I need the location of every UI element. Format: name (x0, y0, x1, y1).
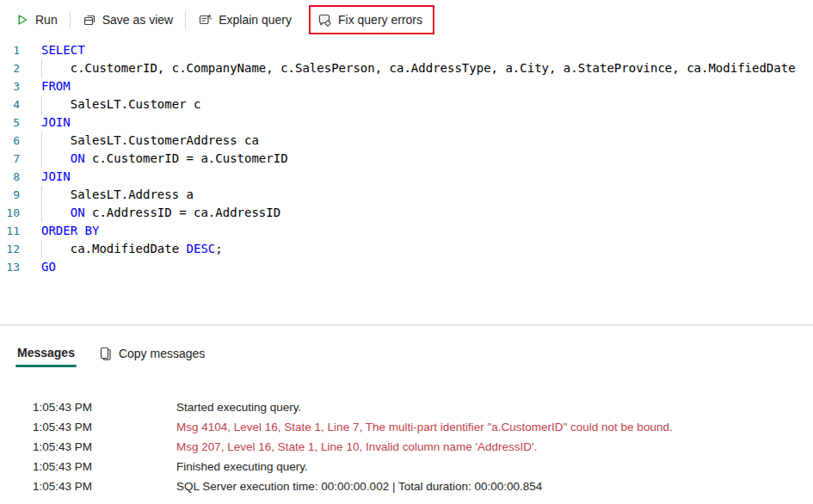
fix-query-errors-button[interactable]: Fix query errors (311, 6, 433, 34)
messages-panel: Messages Copy messages 1:05:43 PMStarted… (0, 337, 813, 504)
code-text: ON c.AddressID = ca.AddressID (41, 204, 280, 222)
code-text: c.CustomerID, c.CompanyName, c.SalesPers… (41, 59, 796, 77)
panel-splitter[interactable] (0, 324, 813, 326)
message-text: Finished executing query. (176, 457, 308, 476)
line-number: 9 (0, 186, 20, 204)
code-line[interactable]: 6 SalesLT.CustomerAddress ca (0, 132, 813, 150)
toolbar-separator (70, 11, 71, 28)
code-line[interactable]: 8JOIN (0, 168, 813, 186)
copy-messages-button[interactable]: Copy messages (94, 343, 210, 365)
sql-editor[interactable]: 1SELECT2 c.CustomerID, c.CompanyName, c.… (0, 40, 813, 324)
code-text: SELECT (41, 41, 85, 59)
annotation-red-box: Fix query errors (309, 5, 434, 34)
line-number: 8 (0, 168, 20, 186)
code-text: SalesLT.Customer c (41, 95, 200, 114)
save-as-view-button[interactable]: Save as view (74, 6, 182, 34)
message-text: SQL Server execution time: 00:00:00.002 … (176, 476, 542, 496)
run-button[interactable]: Run (7, 6, 66, 34)
line-number: 5 (0, 114, 20, 132)
save-as-view-icon (83, 13, 96, 27)
code-text: SalesLT.CustomerAddress ca (41, 132, 259, 150)
code-line[interactable]: 3FROM (0, 77, 813, 95)
message-timestamp: 1:05:43 PM (33, 457, 176, 476)
code-text: ca.ModifiedDate DESC; (41, 240, 223, 258)
code-line[interactable]: 12 ca.ModifiedDate DESC; (0, 240, 813, 258)
line-number: 2 (0, 59, 20, 77)
code-lines: 1SELECT2 c.CustomerID, c.CompanyName, c.… (0, 41, 813, 276)
copy-icon (99, 347, 112, 361)
copy-messages-label: Copy messages (119, 347, 205, 360)
code-text: SalesLT.Address a (41, 186, 194, 204)
code-line[interactable]: 7 ON c.CustomerID = a.CustomerID (0, 150, 813, 168)
line-number: 4 (0, 95, 20, 114)
query-toolbar: Run Save as view Explain query Fix query… (0, 0, 813, 40)
message-row: 1:05:43 PMFinished executing query. (0, 457, 813, 476)
message-row: 1:05:43 PMMsg 207, Level 16, State 1, Li… (0, 437, 813, 457)
code-text: GO (41, 258, 56, 276)
code-text: FROM (41, 77, 71, 95)
code-line[interactable]: 4 SalesLT.Customer c (0, 95, 813, 114)
line-number: 3 (0, 77, 20, 95)
fix-query-errors-label: Fix query errors (338, 13, 422, 27)
message-text: Started executing query. (176, 397, 301, 417)
messages-list: 1:05:43 PMStarted executing query.1:05:4… (0, 397, 813, 496)
code-line[interactable]: 13GO (0, 258, 813, 276)
error-message-text: Msg 207, Level 16, State 1, Line 10, Inv… (176, 437, 537, 457)
code-line[interactable]: 1SELECT (0, 41, 813, 59)
explain-query-sparkle-icon (198, 13, 212, 27)
code-text: JOIN (41, 168, 71, 186)
code-line[interactable]: 9 SalesLT.Address a (0, 186, 813, 204)
save-as-view-label: Save as view (102, 13, 173, 27)
message-row: 1:05:43 PMSQL Server execution time: 00:… (0, 476, 813, 496)
code-line[interactable]: 2 c.CustomerID, c.CompanyName, c.SalesPe… (0, 59, 813, 77)
fix-query-errors-icon (317, 13, 332, 28)
line-number: 10 (0, 204, 20, 222)
code-line[interactable]: 5JOIN (0, 114, 813, 132)
code-line[interactable]: 11ORDER BY (0, 222, 813, 240)
line-number: 7 (0, 150, 20, 168)
message-timestamp: 1:05:43 PM (33, 417, 176, 437)
error-message-text: Msg 4104, Level 16, State 1, Line 7, The… (176, 417, 673, 437)
message-row: 1:05:43 PMStarted executing query. (0, 397, 813, 417)
message-timestamp: 1:05:43 PM (33, 397, 176, 417)
line-number: 13 (0, 258, 20, 276)
tab-messages-label: Messages (17, 346, 75, 360)
active-tab-underline (15, 365, 77, 367)
code-text: ON c.CustomerID = a.CustomerID (41, 150, 288, 168)
line-number: 11 (0, 222, 20, 240)
line-number: 6 (0, 132, 20, 150)
toolbar-separator (185, 11, 186, 28)
messages-tabbar: Messages Copy messages (0, 337, 813, 370)
play-icon (15, 13, 29, 27)
line-number: 12 (0, 240, 20, 258)
message-timestamp: 1:05:43 PM (33, 476, 176, 496)
tab-messages[interactable]: Messages (15, 341, 77, 367)
code-text: ORDER BY (41, 222, 99, 240)
message-timestamp: 1:05:43 PM (33, 437, 176, 457)
code-text: JOIN (41, 114, 71, 132)
code-line[interactable]: 10 ON c.AddressID = ca.AddressID (0, 204, 813, 222)
run-label: Run (35, 13, 58, 27)
line-number: 1 (0, 41, 20, 59)
explain-query-button[interactable]: Explain query (189, 6, 300, 34)
explain-query-label: Explain query (219, 13, 292, 27)
message-row: 1:05:43 PMMsg 4104, Level 16, State 1, L… (0, 417, 813, 437)
